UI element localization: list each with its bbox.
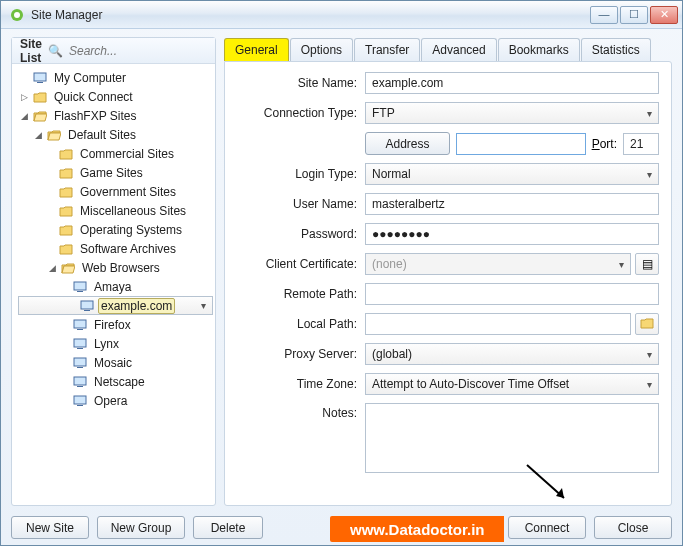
folder-open-icon [46, 128, 62, 142]
tree-os[interactable]: Operating Systems [18, 220, 213, 239]
site-manager-window: Site Manager — ☐ ✕ Site List 🔍 My Comput… [0, 0, 683, 546]
site-name-input[interactable] [365, 72, 659, 94]
window-title: Site Manager [31, 8, 590, 22]
timezone-select[interactable]: Attempt to Auto-Discover Time Offset [365, 373, 659, 395]
tree-mosaic[interactable]: Mosaic [18, 353, 213, 372]
timezone-label: Time Zone: [237, 377, 357, 391]
login-type-select[interactable]: Normal [365, 163, 659, 185]
tab-advanced[interactable]: Advanced [421, 38, 496, 61]
tree-commercial[interactable]: Commercial Sites [18, 144, 213, 163]
site-icon [72, 356, 88, 370]
svg-rect-16 [74, 396, 86, 404]
site-name-label: Site Name: [237, 76, 357, 90]
proxy-select[interactable]: (global) [365, 343, 659, 365]
tree-misc[interactable]: Miscellaneous Sites [18, 201, 213, 220]
tab-transfer[interactable]: Transfer [354, 38, 420, 61]
folder-icon [58, 204, 74, 218]
site-list-heading: Site List [20, 37, 42, 65]
svg-rect-14 [74, 377, 86, 385]
port-label: Port: [592, 137, 617, 151]
certificate-icon: ▤ [642, 257, 653, 271]
port-input[interactable] [623, 133, 659, 155]
remote-path-label: Remote Path: [237, 287, 357, 301]
local-path-browse-button[interactable] [635, 313, 659, 335]
tree-netscape[interactable]: Netscape [18, 372, 213, 391]
new-site-button[interactable]: New Site [11, 516, 89, 539]
close-dialog-button[interactable]: Close [594, 516, 672, 539]
tree-my-computer[interactable]: My Computer [18, 68, 213, 87]
tree-quick-connect[interactable]: ▷Quick Connect [18, 87, 213, 106]
watermark: www.Datadoctor.in [330, 516, 504, 542]
tree-firefox[interactable]: Firefox [18, 315, 213, 334]
folder-icon [32, 90, 48, 104]
main-panel: General Options Transfer Advanced Bookma… [224, 37, 672, 506]
maximize-button[interactable]: ☐ [620, 6, 648, 24]
svg-rect-17 [77, 405, 83, 406]
local-path-input[interactable] [365, 313, 631, 335]
computer-icon [32, 71, 48, 85]
tree-amaya[interactable]: Amaya [18, 277, 213, 296]
tree-flashfxp-sites[interactable]: ◢FlashFXP Sites [18, 106, 213, 125]
tree-example[interactable]: example.com [18, 296, 213, 315]
site-tree[interactable]: My Computer ▷Quick Connect ◢FlashFXP Sit… [12, 64, 215, 505]
close-button[interactable]: ✕ [650, 6, 678, 24]
folder-icon [58, 166, 74, 180]
login-type-label: Login Type: [237, 167, 357, 181]
folder-open-icon [60, 261, 76, 275]
site-icon [72, 280, 88, 294]
minimize-button[interactable]: — [590, 6, 618, 24]
connect-button[interactable]: Connect [508, 516, 586, 539]
tree-game[interactable]: Game Sites [18, 163, 213, 182]
tree-government[interactable]: Government Sites [18, 182, 213, 201]
local-path-label: Local Path: [237, 317, 357, 331]
site-icon [72, 394, 88, 408]
svg-rect-10 [74, 339, 86, 347]
proxy-label: Proxy Server: [237, 347, 357, 361]
site-search-input[interactable] [69, 44, 220, 58]
user-name-input[interactable] [365, 193, 659, 215]
notes-input[interactable] [365, 403, 659, 473]
svg-rect-9 [77, 329, 83, 330]
tree-default-sites[interactable]: ◢Default Sites [18, 125, 213, 144]
site-icon [79, 299, 95, 313]
panels: Site List 🔍 My Computer ▷Quick Connect ◢… [11, 37, 672, 506]
connection-type-select[interactable]: FTP [365, 102, 659, 124]
tree-archives[interactable]: Software Archives [18, 239, 213, 258]
site-list-panel: Site List 🔍 My Computer ▷Quick Connect ◢… [11, 37, 216, 506]
svg-rect-6 [81, 301, 93, 309]
tree-lynx[interactable]: Lynx [18, 334, 213, 353]
site-form: Site Name: Connection Type: FTP Address … [237, 72, 659, 476]
notes-label: Notes: [237, 403, 357, 420]
new-group-button[interactable]: New Group [97, 516, 185, 539]
site-icon [72, 375, 88, 389]
svg-rect-12 [74, 358, 86, 366]
folder-icon [58, 185, 74, 199]
client-cert-label: Client Certificate: [237, 257, 357, 271]
tab-statistics[interactable]: Statistics [581, 38, 651, 61]
address-input[interactable] [456, 133, 586, 155]
tab-bookmarks[interactable]: Bookmarks [498, 38, 580, 61]
tree-opera[interactable]: Opera [18, 391, 213, 410]
folder-icon [58, 223, 74, 237]
titlebar[interactable]: Site Manager — ☐ ✕ [1, 1, 682, 29]
cert-browse-button[interactable]: ▤ [635, 253, 659, 275]
address-button[interactable]: Address [365, 132, 450, 155]
site-list-header: Site List 🔍 [12, 38, 215, 64]
delete-button[interactable]: Delete [193, 516, 263, 539]
svg-rect-15 [77, 386, 83, 387]
tree-browsers[interactable]: ◢Web Browsers [18, 258, 213, 277]
svg-rect-11 [77, 348, 83, 349]
svg-rect-2 [34, 73, 46, 81]
svg-rect-5 [77, 291, 83, 292]
connection-type-label: Connection Type: [237, 106, 357, 120]
client-cert-select: (none) [365, 253, 631, 275]
general-tab-body: Site Name: Connection Type: FTP Address … [224, 61, 672, 506]
remote-path-input[interactable] [365, 283, 659, 305]
user-name-label: User Name: [237, 197, 357, 211]
password-input[interactable] [365, 223, 659, 245]
window-buttons: — ☐ ✕ [590, 6, 678, 24]
tab-options[interactable]: Options [290, 38, 353, 61]
site-icon [72, 337, 88, 351]
tab-general[interactable]: General [224, 38, 289, 61]
svg-rect-3 [37, 82, 43, 83]
